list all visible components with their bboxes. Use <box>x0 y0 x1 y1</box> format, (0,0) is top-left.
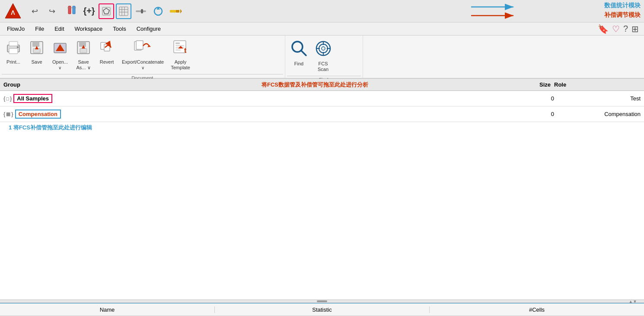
undo-button[interactable]: ↩ <box>27 3 42 19</box>
svg-marker-42 <box>147 45 151 47</box>
fcs-scan-icon <box>315 40 332 59</box>
main-area: Group 将FCS数据管及补偿管可拖至此处进行分析 Size Role { □… <box>0 79 644 316</box>
find-button[interactable]: Find <box>287 37 311 69</box>
svg-text:Λ: Λ <box>11 9 15 16</box>
svg-rect-2 <box>68 6 71 14</box>
menu-edit[interactable]: Edit <box>49 24 69 34</box>
all-samples-icon: { <box>3 95 5 102</box>
ribbon-document-section: Print... Save <box>0 35 285 78</box>
svg-rect-45 <box>175 45 184 46</box>
all-samples-role: Test <box>558 95 644 102</box>
revert-icon <box>99 40 115 58</box>
svg-rect-13 <box>141 9 143 13</box>
export-button[interactable]: Export/Concatenate∨ <box>118 37 167 73</box>
resize-bar[interactable]: ▲▼ <box>0 300 644 303</box>
svg-rect-44 <box>175 42 180 44</box>
bottom-panel: ▲▼ Name Statistic #Cells <box>0 300 644 316</box>
save-as-icon <box>76 40 91 58</box>
svg-marker-6 <box>103 8 109 14</box>
save-icon <box>29 40 45 58</box>
add-icon[interactable]: ⊞ <box>631 24 639 34</box>
export-icon <box>134 40 153 58</box>
compensation-label: Compensation <box>15 110 61 119</box>
all-samples-size: 0 <box>523 95 558 102</box>
all-samples-icon3: } <box>10 95 12 102</box>
curly-braces-button[interactable]: {+} <box>81 3 97 19</box>
menu-bar: FlowJo File Edit Workspace Tools Configu… <box>0 23 644 35</box>
help-icon[interactable]: ? <box>623 24 628 34</box>
tubes-icon <box>67 5 77 17</box>
stats-cells-col: #Cells <box>430 306 644 313</box>
save-button[interactable]: Save <box>25 37 48 68</box>
svg-rect-3 <box>73 6 75 14</box>
open-label: Open...∨ <box>52 59 68 71</box>
heart-icon[interactable]: ♡ <box>612 24 620 34</box>
stats-statistic-col: Statistic <box>215 306 430 313</box>
menu-configure[interactable]: Configure <box>131 24 166 34</box>
open-icon <box>52 40 68 58</box>
save-label: Save <box>31 59 42 65</box>
ribbon-find-section: Find FCSScan Find <box>285 35 363 78</box>
svg-text:t: t <box>184 47 187 54</box>
redo-button[interactable]: ↪ <box>44 3 60 19</box>
apply-template-button[interactable]: t ApplyTemplate <box>167 37 194 73</box>
all-samples-row[interactable]: { □ } All Samples 0 Test <box>0 91 644 106</box>
svg-point-53 <box>319 44 328 53</box>
ribbon: Print... Save <box>0 35 644 79</box>
print-button[interactable]: Print... <box>2 37 25 68</box>
compensation-role: Compensation <box>558 111 644 117</box>
svg-rect-34 <box>79 42 86 47</box>
svg-rect-35 <box>80 48 87 53</box>
stats-table-header: Name Statistic #Cells <box>0 303 644 316</box>
revert-button[interactable]: Revert <box>95 37 118 68</box>
refresh-icon <box>153 6 164 17</box>
menu-file[interactable]: File <box>30 24 49 34</box>
svg-point-54 <box>322 47 325 50</box>
fcs-scan-button[interactable]: FCSScan <box>311 37 335 75</box>
menu-workspace[interactable]: Workspace <box>70 24 108 34</box>
tubes-button[interactable] <box>64 3 80 19</box>
compensation-icon: { <box>3 111 5 117</box>
compensation-size: 0 <box>523 111 558 117</box>
speed-button[interactable] <box>168 3 183 19</box>
apply-template-label: ApplyTemplate <box>171 59 190 71</box>
annotation-compensation: 补偿调节模块 <box>604 11 641 19</box>
slider-icon <box>135 7 147 16</box>
all-samples-label: All Samples <box>13 94 52 103</box>
compensation-icon2: ▦ <box>6 111 10 117</box>
apply-template-icon: t <box>172 40 189 58</box>
export-label: Export/Concatenate∨ <box>122 59 164 71</box>
revert-label: Revert <box>100 59 114 65</box>
compensation-row[interactable]: { ▦ } Compensation 0 Compensation <box>0 106 644 122</box>
table-button[interactable] <box>116 3 131 19</box>
save-as-button[interactable]: SaveAs... ∨ <box>72 37 95 73</box>
svg-rect-25 <box>9 42 18 46</box>
annotation-stats: 数值统计模块 <box>604 2 641 10</box>
slider-button[interactable] <box>133 3 149 19</box>
find-icon <box>290 40 308 59</box>
compensation-icon3: } <box>11 111 13 117</box>
group-col-header: Group <box>3 81 261 88</box>
svg-rect-47 <box>175 49 181 51</box>
svg-rect-41 <box>136 41 143 49</box>
speed-icon <box>169 7 182 16</box>
gate-icon <box>101 6 112 16</box>
gate-button[interactable] <box>99 3 114 19</box>
svg-rect-17 <box>176 10 179 13</box>
workspace-header: Group 将FCS数据管及补偿管可拖至此处进行分析 Size Role <box>0 79 644 91</box>
title-bar: Λ ↩ ↪ {+} <box>0 0 644 23</box>
annotation-arrow-1 <box>467 1 519 21</box>
fcs-scan-label: FCSScan <box>318 61 328 72</box>
menu-flowjo[interactable]: FlowJo <box>2 24 30 34</box>
role-col-header: Role <box>554 81 641 88</box>
open-button[interactable]: Open...∨ <box>48 37 72 73</box>
menu-tools[interactable]: Tools <box>108 24 131 34</box>
svg-rect-16 <box>170 10 176 13</box>
all-samples-icon2: □ <box>6 96 9 101</box>
refresh-button[interactable] <box>150 3 166 19</box>
undo-icon: ↩ <box>32 6 38 16</box>
drop-annotation: 1 将FCS补偿管拖至此处进行编辑 <box>0 122 644 133</box>
save-as-label: SaveAs... ∨ <box>76 59 90 71</box>
svg-rect-24 <box>9 48 18 54</box>
bookmark-icon[interactable]: 🔖 <box>598 24 609 34</box>
